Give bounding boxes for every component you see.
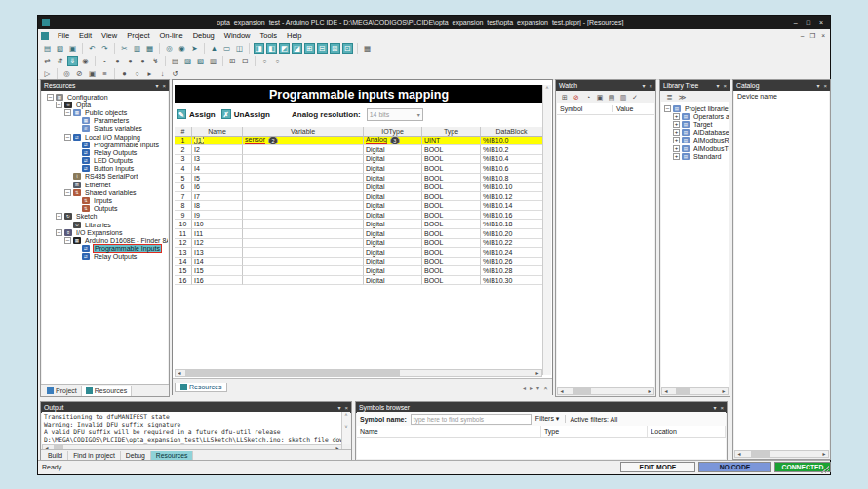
type-cell[interactable]: BOOL (422, 145, 481, 155)
symbol-search-input[interactable]: type here to find symbols (411, 414, 532, 425)
library-item-project-libraries[interactable]: –▤Project libraries (661, 104, 729, 112)
undo-icon[interactable]: ↶ (87, 43, 98, 54)
iotype-cell[interactable]: Digital (364, 211, 422, 221)
pin-icon[interactable]: ▾ (816, 82, 819, 89)
debug-mode-icon[interactable]: ▷ (42, 68, 53, 79)
validate-icon[interactable]: ✓ (630, 93, 640, 102)
scroll-right-icon[interactable]: ► (533, 370, 541, 376)
step-over-icon[interactable]: ▸ (144, 68, 155, 79)
resources-item-ethernet[interactable]: ⊞Ethernet (44, 181, 168, 188)
expand-toggle-icon[interactable]: + (673, 137, 680, 143)
grid-row-i5[interactable]: 5I5DigitalBOOL%IB10.8I5 programmable inp… (175, 174, 547, 183)
workspace-layout-icon[interactable]: ▦ (362, 43, 373, 54)
scroll-right-icon[interactable]: ► (720, 388, 728, 394)
output-tab-find-in-project[interactable]: Find in project (68, 451, 121, 460)
datablock-cell[interactable]: %IB10.10 (481, 183, 543, 192)
scroll-right-icon[interactable]: ► (646, 388, 653, 394)
variable-cell[interactable] (243, 183, 364, 192)
name-cell[interactable]: I10 (192, 220, 243, 229)
datablock-cell[interactable]: %IB10.4 (481, 155, 543, 165)
scroll-left-icon[interactable]: ◄ (735, 451, 743, 457)
resources-item-i-o-expansions[interactable]: –¤I/O Expansions (44, 228, 168, 236)
warm-restart-icon[interactable]: ● (125, 56, 136, 66)
insert-new-item-icon[interactable]: ⊞ (560, 93, 570, 102)
copy-icon[interactable]: ▥ (132, 43, 142, 54)
paste-icon[interactable]: ▦ (144, 43, 155, 54)
datablock-cell[interactable]: %IB10.8 (481, 174, 543, 183)
grid-row-i16[interactable]: 16I16DigitalBOOL%IB10.30I16 programmable… (175, 276, 547, 286)
document-horizontal-scrollbar[interactable]: ◄ ► (175, 369, 542, 377)
type-cell[interactable]: BOOL (422, 248, 481, 258)
variable-cell[interactable] (243, 201, 364, 211)
menu-view[interactable]: View (97, 31, 122, 40)
quick-add-icon[interactable]: ◔ (583, 93, 593, 102)
expand-toggle-icon[interactable]: + (673, 121, 680, 128)
expand-toggle-icon[interactable]: – (64, 134, 71, 141)
watch-window-toggle-icon[interactable]: ◪ (292, 43, 302, 54)
minimize-button[interactable]: – (794, 20, 798, 26)
close-icon[interactable]: × (723, 83, 727, 89)
resources-item-libraries[interactable]: ↻Libraries (44, 221, 168, 228)
grid-view-icon[interactable]: ⊞ (227, 56, 238, 66)
iotype-cell[interactable]: Digital (364, 239, 422, 249)
new-module-icon[interactable]: ▧ (195, 56, 206, 66)
variable-cell[interactable] (243, 239, 364, 249)
tab-scroll-left-icon[interactable]: ◂ (523, 385, 526, 391)
variable-cell[interactable] (243, 192, 364, 202)
analog-resolution-dropdown[interactable]: 14 bits ▾ (367, 108, 423, 121)
step-into-icon[interactable]: ↓ (157, 68, 168, 79)
iotype-cell[interactable]: Digital (364, 220, 422, 229)
mdi-close-button[interactable]: × (821, 32, 825, 40)
iotype-cell[interactable]: Digital (364, 258, 422, 267)
open-project-icon[interactable]: ▧ (55, 43, 65, 54)
mdi-restore-button[interactable]: ❐ (809, 32, 815, 40)
resources-item-button-inputs[interactable]: ⇄Button Inputs (44, 165, 168, 173)
menu-window[interactable]: Window (219, 31, 256, 40)
type-cell[interactable]: BOOL (422, 266, 481, 276)
datablock-cell[interactable]: %IB10.26 (481, 258, 543, 267)
tab-list-icon[interactable]: ▾ (536, 385, 539, 391)
variable-cell[interactable] (243, 229, 364, 239)
fullscreen-toggle-icon[interactable]: ⊡ (342, 43, 353, 54)
variable-cell[interactable] (243, 174, 364, 183)
scroll-left-icon[interactable]: ◄ (662, 388, 670, 394)
stop-icon[interactable]: ▪ (99, 56, 110, 66)
expand-toggle-icon[interactable]: – (64, 237, 71, 244)
name-cell[interactable]: I9 (192, 211, 243, 221)
close-icon[interactable]: × (823, 83, 827, 89)
pin-icon[interactable]: ▾ (642, 82, 645, 89)
name-cell[interactable]: I13 (192, 248, 243, 258)
cold-restart-icon[interactable]: ● (112, 56, 123, 66)
iotype-cell[interactable]: Digital (364, 164, 422, 174)
mdi-minimize-button[interactable]: – (801, 32, 805, 40)
resources-item-relay-outputs[interactable]: ⇄Relay Outputs (44, 148, 168, 156)
resources-item-relay-outputs[interactable]: ⇄Relay Outputs (44, 253, 168, 261)
iotype-cell[interactable]: Analog3 (364, 137, 422, 146)
name-cell[interactable]: I12 (192, 239, 243, 249)
grid-row-i14[interactable]: 14I14DigitalBOOL%IB10.26I14 programmable… (175, 258, 547, 267)
variable-cell[interactable] (243, 155, 364, 165)
menu-edit[interactable]: Edit (74, 31, 97, 40)
library-item-operators-and-blocks[interactable]: +▤Operators and blocks (661, 112, 729, 120)
type-cell[interactable]: BOOL (422, 276, 481, 286)
close-button[interactable]: × (819, 20, 823, 26)
document-vertical-scrollbar[interactable]: ˄ (542, 85, 551, 375)
resources-item-led-outputs[interactable]: ⇄LED Outputs (44, 157, 168, 165)
datablock-cell[interactable]: %IB10.30 (481, 276, 543, 286)
pin-icon[interactable]: ▾ (155, 82, 158, 89)
resources-item-opta[interactable]: –∞Opta (44, 101, 168, 108)
name-cell[interactable]: I7 (192, 192, 243, 202)
pin-icon[interactable]: ▾ (337, 404, 340, 411)
expand-toggle-icon[interactable]: – (64, 189, 71, 196)
name-cell[interactable]: I5 (192, 174, 243, 183)
record-icon[interactable]: ▥ (618, 93, 628, 102)
datablock-cell[interactable]: %IB10.12 (481, 192, 543, 202)
redo-icon[interactable]: ↷ (99, 43, 110, 54)
grid-row-i10[interactable]: 10I10DigitalBOOL%IB10.18I10 programmable… (175, 220, 547, 229)
grid-row-i2[interactable]: 2I2DigitalBOOL%IB10.2I2 programmable inp… (175, 145, 547, 155)
resources-item-configuration[interactable]: –▦Configuration (44, 93, 168, 101)
menu-debug[interactable]: Debug (188, 31, 219, 40)
library-item-target[interactable]: +▤Target (661, 120, 729, 128)
datablock-cell[interactable]: %IB10.16 (481, 211, 543, 221)
iotype-cell[interactable]: Digital (364, 174, 422, 183)
